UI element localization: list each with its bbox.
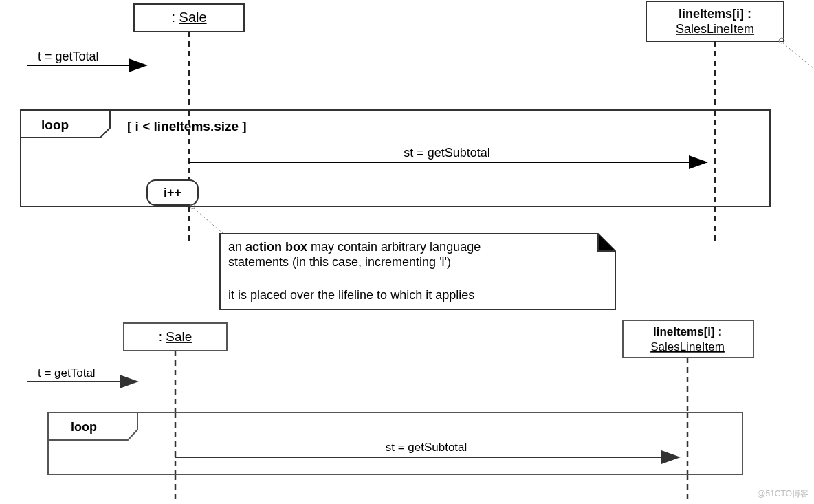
message-getTotal-b: t = getTotal [28, 366, 138, 382]
message-getTotal: t = getTotal [28, 50, 146, 65]
svg-text:an action box may contain arbi: an action box may contain arbitrary lang… [228, 240, 481, 254]
getTotal-b-label: t = getTotal [38, 366, 96, 380]
lineitem-label-l2: SalesLineItem [676, 22, 754, 36]
getSubtotal-b-label: st = getSubtotal [386, 441, 468, 454]
loop-guard-label: [ i < lineItems.size ] [127, 119, 247, 133]
lineitem-b-l2: SalesLineItem [650, 340, 725, 353]
action-box-text: i++ [164, 186, 182, 199]
svg-text:: Sale: : Sale [159, 329, 192, 344]
getSubtotal-label: st = getSubtotal [404, 146, 490, 160]
getTotal-label: t = getTotal [38, 50, 99, 63]
sale-label: Sale [179, 10, 207, 25]
sale-label-prefix: : [171, 10, 179, 25]
loop-frame-b: loop st = getSubtotal [48, 413, 742, 474]
watermark: @51CTO博客 [757, 488, 808, 500]
note-box: an action box may contain arbitrary lang… [220, 234, 615, 309]
creation-connector [782, 43, 814, 69]
svg-text:: Sale: : Sale [171, 10, 206, 25]
lineitem-label-l1: lineItems[i] : [679, 7, 751, 21]
lineitem-b-l1: lineItems[i] : [653, 325, 722, 338]
loop-b-operator: loop [71, 420, 97, 434]
note-l1b: action box [245, 240, 307, 254]
top-diagram: : Sale lineItems[i] : SalesLineItem t = … [21, 1, 814, 309]
loop-frame: loop [ i < lineItems.size ] st = getSubt… [21, 110, 770, 206]
bottom-diagram: : Sale lineItems[i] : SalesLineItem t = … [28, 320, 754, 502]
note-l1a: an [228, 240, 245, 254]
note-connector [194, 208, 223, 234]
sale-b-label: Sale [166, 329, 192, 344]
lifeline-lineitem: lineItems[i] : SalesLineItem [646, 1, 814, 241]
note-l3: it is placed over the lifeline to which … [228, 288, 474, 302]
note-l1c: may contain arbitrary language [307, 240, 481, 254]
note-l2: statements (in this case, incrementing '… [228, 255, 451, 269]
loop-operator-label: loop [41, 118, 69, 132]
note-dog-ear [598, 234, 615, 251]
sale-b-prefix: : [159, 329, 166, 344]
